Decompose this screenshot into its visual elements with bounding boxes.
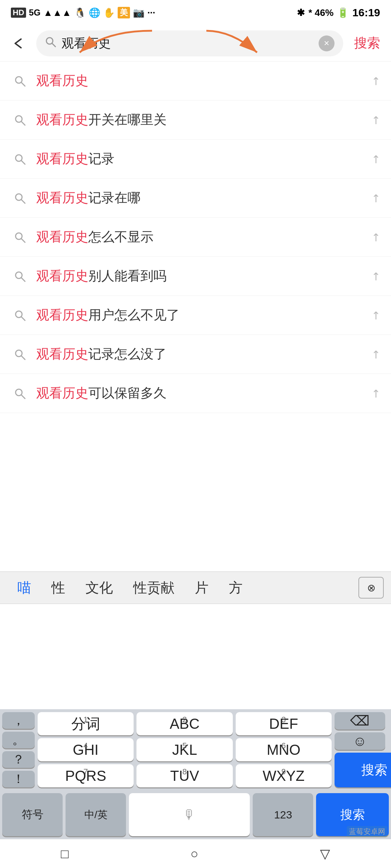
keyboard-key-。[interactable]: 。 xyxy=(2,732,35,748)
keyboard-key-DEF[interactable]: 3DEF xyxy=(236,712,332,735)
time-label: 16:19 xyxy=(352,7,380,19)
search-confirm-button[interactable]: 搜索 xyxy=(350,34,384,52)
keyboard-key-，[interactable]: ， xyxy=(2,712,35,729)
suggestion-text: 观看历史开关在哪里关 xyxy=(29,111,371,129)
suggestion-search-icon xyxy=(11,72,29,90)
keyboard-key-123[interactable]: 123 xyxy=(253,793,313,836)
suggestion-item[interactable]: 观看历史可以保留多久↗ xyxy=(0,374,391,413)
search-input[interactable]: 观看历史 xyxy=(62,35,314,52)
svg-line-19 xyxy=(21,356,25,359)
keyboard-key-☺[interactable]: ☺ xyxy=(335,732,385,750)
svg-line-11 xyxy=(21,200,25,203)
battery-icon: 🔋 xyxy=(337,7,349,18)
suggestion-search-icon xyxy=(11,150,29,168)
suggestion-search-icon xyxy=(11,345,29,363)
suggestion-search-icon xyxy=(11,306,29,324)
bottom-nav: □ ○ ▽ xyxy=(0,839,391,868)
suggestion-text: 观看历史记录在哪 xyxy=(29,189,371,207)
keyboard-bottom-row: 符号中/英🎙123搜索 xyxy=(0,790,391,839)
suggestion-item[interactable]: 观看历史记录在哪↗ xyxy=(0,179,391,218)
candidate-item[interactable]: 方 xyxy=(219,579,253,597)
keyboard-key-分词[interactable]: 1分词 xyxy=(38,712,134,735)
suggestion-search-icon xyxy=(11,189,29,207)
watermark: 蓝莓安卓网 xyxy=(347,826,387,837)
suggestion-text: 观看历史用户怎么不见了 xyxy=(29,306,371,324)
ime-candidate-bar: 喵性文化性贡献片方⊗ xyxy=(0,571,391,604)
status-left-icons: HD 5G ▲▲▲ 🐧 🌐 ✋ 美 📷 ··· xyxy=(11,7,155,18)
suggestion-item[interactable]: 观看历史别人能看到吗↗ xyxy=(0,257,391,296)
candidate-delete-button[interactable]: ⊗ xyxy=(358,577,384,599)
keyboard-key-⌫[interactable]: ⌫ xyxy=(335,712,385,729)
keyboard-key-MNO[interactable]: 6MNO xyxy=(236,738,332,761)
candidate-item[interactable]: 片 xyxy=(185,579,219,597)
suggestion-text: 观看历史可以保留多久 xyxy=(29,384,371,402)
svg-line-17 xyxy=(21,317,25,320)
svg-line-21 xyxy=(21,395,25,399)
globe-icon: 🌐 xyxy=(89,7,100,18)
keyboard-key-PQRS[interactable]: 7PQRS xyxy=(38,764,134,787)
search-icon xyxy=(45,36,56,51)
keyboard-key-ABC[interactable]: 2ABC xyxy=(136,712,232,735)
battery-label: * 46% xyxy=(308,7,333,18)
keyboard-key-WXYZ[interactable]: 9WXYZ xyxy=(236,764,332,787)
svg-line-5 xyxy=(21,82,25,86)
svg-line-13 xyxy=(21,239,25,242)
keyboard-key-中/英[interactable]: 中/英 xyxy=(66,793,126,836)
suggestion-item[interactable]: 观看历史开关在哪里关↗ xyxy=(0,101,391,140)
candidate-item[interactable]: 喵 xyxy=(7,579,41,597)
keyboard-key-GHI[interactable]: 4GHI xyxy=(38,738,134,761)
keyboard-key-搜索[interactable]: 搜索 xyxy=(335,753,391,787)
keyboard: ，。？！1分词2ABC3DEF4GHI5JKL6MNO7PQRS8TUV9WXY… xyxy=(0,709,391,839)
suggestion-item[interactable]: 观看历史怎么不显示↗ xyxy=(0,218,391,257)
svg-line-1 xyxy=(52,43,55,47)
svg-line-7 xyxy=(21,122,25,125)
hand-icon: ✋ xyxy=(103,7,115,18)
keyboard-space-key[interactable]: 🎙 xyxy=(129,793,250,836)
bluetooth-icon: ✱ xyxy=(297,7,305,18)
keyboard-key-符号[interactable]: 符号 xyxy=(2,793,63,836)
search-bar-row: 观看历史 × 搜索 xyxy=(0,25,391,61)
app-icon: 📷 xyxy=(133,7,144,18)
suggestion-text: 观看历史怎么不显示 xyxy=(29,228,371,246)
suggestion-list: 观看历史↗观看历史开关在哪里关↗观看历史记录↗观看历史记录在哪↗观看历史怎么不显… xyxy=(0,61,391,413)
suggestion-search-icon xyxy=(11,267,29,285)
candidate-item[interactable]: 性 xyxy=(41,579,75,597)
search-input-wrap: 观看历史 × xyxy=(36,30,343,56)
signal-icon: 5G xyxy=(29,8,41,18)
suggestion-search-icon xyxy=(11,111,29,129)
suggestion-text: 观看历史记录 xyxy=(29,150,371,168)
suggestion-search-icon xyxy=(11,228,29,246)
suggestion-item[interactable]: 观看历史↗ xyxy=(0,61,391,101)
back-button[interactable] xyxy=(7,33,29,54)
suggestion-search-icon xyxy=(11,384,29,403)
suggestion-item[interactable]: 观看历史记录怎么没了↗ xyxy=(0,335,391,374)
nav-square-button[interactable]: □ xyxy=(61,846,69,861)
svg-line-15 xyxy=(21,278,25,281)
status-right-icons: ✱ * 46% 🔋 16:19 xyxy=(297,7,380,19)
nav-home-button[interactable]: ○ xyxy=(190,846,198,861)
suggestion-item[interactable]: 观看历史用户怎么不见了↗ xyxy=(0,296,391,335)
status-bar: HD 5G ▲▲▲ 🐧 🌐 ✋ 美 📷 ··· ✱ * 46% 🔋 16:19 xyxy=(0,0,391,25)
suggestion-item[interactable]: 观看历史记录↗ xyxy=(0,140,391,179)
svg-line-9 xyxy=(21,161,25,164)
keyboard-key-！[interactable]: ！ xyxy=(2,771,35,787)
keyboard-key-JKL[interactable]: 5JKL xyxy=(136,738,232,761)
suggestion-text: 观看历史记录怎么没了 xyxy=(29,345,371,363)
mei-icon: 美 xyxy=(118,7,130,18)
suggestion-text: 观看历史 xyxy=(29,72,371,90)
candidate-item[interactable]: 文化 xyxy=(75,579,123,597)
dots-icon: ··· xyxy=(147,7,155,18)
keyboard-key-TUV[interactable]: 8TUV xyxy=(136,764,232,787)
signal-bars: ▲▲▲ xyxy=(43,7,71,18)
keyboard-key-？[interactable]: ？ xyxy=(2,751,35,768)
suggestion-text: 观看历史别人能看到吗 xyxy=(29,267,371,285)
candidate-item[interactable]: 性贡献 xyxy=(123,579,185,597)
keyboard-main-grid: ，。？！1分词2ABC3DEF4GHI5JKL6MNO7PQRS8TUV9WXY… xyxy=(0,709,391,790)
nav-back-button[interactable]: ▽ xyxy=(320,846,330,861)
wechat-icon: 🐧 xyxy=(74,7,86,18)
hd-icon: HD xyxy=(11,8,26,18)
clear-button[interactable]: × xyxy=(319,35,335,51)
